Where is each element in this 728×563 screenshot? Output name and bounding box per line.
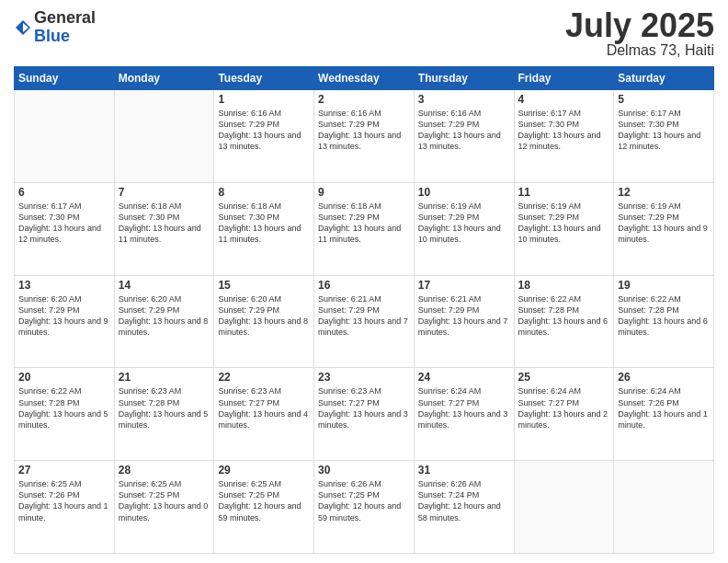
table-row: 7Sunrise: 6:18 AM Sunset: 7:30 PM Daylig… [114, 182, 214, 275]
title-section: July 2025 Delmas 73, Haiti [565, 9, 714, 59]
day-number: 5 [618, 93, 710, 106]
col-friday: Friday [514, 67, 614, 90]
logo-blue-text: Blue [34, 28, 96, 46]
table-row: 19Sunrise: 6:22 AM Sunset: 7:28 PM Dayli… [614, 275, 714, 368]
col-sunday: Sunday [15, 67, 115, 90]
day-number: 11 [518, 186, 610, 199]
calendar-header-row: Sunday Monday Tuesday Wednesday Thursday… [15, 67, 714, 90]
table-row: 4Sunrise: 6:17 AM Sunset: 7:30 PM Daylig… [514, 90, 614, 183]
day-info: Sunrise: 6:16 AM Sunset: 7:29 PM Dayligh… [418, 108, 510, 153]
day-info: Sunrise: 6:25 AM Sunset: 7:25 PM Dayligh… [119, 478, 210, 523]
day-info: Sunrise: 6:21 AM Sunset: 7:29 PM Dayligh… [318, 293, 410, 339]
day-info: Sunrise: 6:21 AM Sunset: 7:29 PM Dayligh… [418, 293, 510, 339]
day-info: Sunrise: 6:23 AM Sunset: 7:27 PM Dayligh… [218, 385, 310, 431]
table-row: 24Sunrise: 6:24 AM Sunset: 7:27 PM Dayli… [414, 368, 514, 461]
table-row [114, 90, 214, 183]
logo-general-text: General [34, 9, 96, 28]
table-row: 5Sunrise: 6:17 AM Sunset: 7:30 PM Daylig… [614, 90, 714, 183]
logo: General Blue [14, 9, 96, 46]
day-number: 21 [119, 371, 210, 384]
day-info: Sunrise: 6:22 AM Sunset: 7:28 PM Dayligh… [518, 293, 610, 339]
day-info: Sunrise: 6:18 AM Sunset: 7:29 PM Dayligh… [318, 201, 410, 246]
col-wednesday: Wednesday [314, 67, 415, 90]
table-row: 9Sunrise: 6:18 AM Sunset: 7:29 PM Daylig… [314, 182, 415, 275]
table-row: 21Sunrise: 6:23 AM Sunset: 7:28 PM Dayli… [114, 368, 214, 461]
day-number: 18 [518, 279, 610, 292]
day-info: Sunrise: 6:23 AM Sunset: 7:27 PM Dayligh… [318, 385, 410, 431]
day-number: 30 [318, 464, 410, 477]
table-row: 26Sunrise: 6:24 AM Sunset: 7:26 PM Dayli… [614, 368, 714, 461]
calendar-week-row: 1Sunrise: 6:16 AM Sunset: 7:29 PM Daylig… [15, 90, 714, 183]
day-info: Sunrise: 6:20 AM Sunset: 7:29 PM Dayligh… [218, 293, 310, 339]
day-info: Sunrise: 6:17 AM Sunset: 7:30 PM Dayligh… [518, 108, 610, 153]
table-row: 12Sunrise: 6:19 AM Sunset: 7:29 PM Dayli… [614, 182, 714, 275]
table-row: 13Sunrise: 6:20 AM Sunset: 7:29 PM Dayli… [15, 275, 115, 368]
day-number: 25 [518, 371, 610, 384]
day-number: 12 [618, 186, 710, 199]
day-info: Sunrise: 6:20 AM Sunset: 7:29 PM Dayligh… [119, 293, 210, 339]
day-number: 14 [119, 279, 210, 292]
col-saturday: Saturday [614, 67, 714, 90]
logo-icon [14, 18, 32, 37]
day-number: 24 [418, 371, 510, 384]
day-number: 20 [18, 371, 110, 384]
day-info: Sunrise: 6:17 AM Sunset: 7:30 PM Dayligh… [618, 108, 710, 153]
day-number: 1 [218, 93, 310, 106]
day-number: 13 [18, 279, 110, 292]
day-number: 9 [318, 186, 410, 199]
table-row: 16Sunrise: 6:21 AM Sunset: 7:29 PM Dayli… [314, 275, 415, 368]
table-row [614, 461, 714, 554]
day-number: 22 [218, 371, 310, 384]
day-info: Sunrise: 6:19 AM Sunset: 7:29 PM Dayligh… [518, 201, 610, 246]
table-row: 2Sunrise: 6:16 AM Sunset: 7:29 PM Daylig… [314, 90, 415, 183]
table-row: 15Sunrise: 6:20 AM Sunset: 7:29 PM Dayli… [214, 275, 314, 368]
calendar-week-row: 13Sunrise: 6:20 AM Sunset: 7:29 PM Dayli… [15, 275, 714, 368]
day-info: Sunrise: 6:24 AM Sunset: 7:27 PM Dayligh… [518, 385, 610, 431]
calendar-week-row: 6Sunrise: 6:17 AM Sunset: 7:30 PM Daylig… [15, 182, 714, 275]
table-row [15, 90, 115, 183]
calendar-week-row: 27Sunrise: 6:25 AM Sunset: 7:26 PM Dayli… [15, 461, 714, 554]
day-number: 10 [418, 186, 510, 199]
day-info: Sunrise: 6:25 AM Sunset: 7:26 PM Dayligh… [18, 478, 110, 523]
day-number: 4 [518, 93, 610, 106]
calendar-table: Sunday Monday Tuesday Wednesday Thursday… [14, 66, 714, 554]
day-info: Sunrise: 6:24 AM Sunset: 7:26 PM Dayligh… [618, 385, 710, 431]
day-info: Sunrise: 6:22 AM Sunset: 7:28 PM Dayligh… [18, 385, 110, 431]
day-info: Sunrise: 6:18 AM Sunset: 7:30 PM Dayligh… [218, 201, 310, 246]
table-row: 30Sunrise: 6:26 AM Sunset: 7:25 PM Dayli… [314, 461, 415, 554]
day-info: Sunrise: 6:22 AM Sunset: 7:28 PM Dayligh… [618, 293, 710, 339]
table-row: 14Sunrise: 6:20 AM Sunset: 7:29 PM Dayli… [114, 275, 214, 368]
table-row: 6Sunrise: 6:17 AM Sunset: 7:30 PM Daylig… [15, 182, 115, 275]
calendar-week-row: 20Sunrise: 6:22 AM Sunset: 7:28 PM Dayli… [15, 368, 714, 461]
table-row: 17Sunrise: 6:21 AM Sunset: 7:29 PM Dayli… [414, 275, 514, 368]
day-number: 17 [418, 279, 510, 292]
day-info: Sunrise: 6:20 AM Sunset: 7:29 PM Dayligh… [18, 293, 110, 339]
day-number: 23 [318, 371, 410, 384]
table-row: 1Sunrise: 6:16 AM Sunset: 7:29 PM Daylig… [214, 90, 314, 183]
table-row: 28Sunrise: 6:25 AM Sunset: 7:25 PM Dayli… [114, 461, 214, 554]
day-number: 16 [318, 279, 410, 292]
col-thursday: Thursday [414, 67, 514, 90]
table-row: 25Sunrise: 6:24 AM Sunset: 7:27 PM Dayli… [514, 368, 614, 461]
day-number: 3 [418, 93, 510, 106]
day-info: Sunrise: 6:26 AM Sunset: 7:24 PM Dayligh… [418, 478, 510, 523]
day-info: Sunrise: 6:16 AM Sunset: 7:29 PM Dayligh… [318, 108, 410, 153]
col-tuesday: Tuesday [214, 67, 314, 90]
day-number: 28 [119, 464, 210, 477]
day-number: 27 [18, 464, 110, 477]
table-row: 22Sunrise: 6:23 AM Sunset: 7:27 PM Dayli… [214, 368, 314, 461]
day-info: Sunrise: 6:19 AM Sunset: 7:29 PM Dayligh… [618, 201, 710, 246]
table-row: 29Sunrise: 6:25 AM Sunset: 7:25 PM Dayli… [214, 461, 314, 554]
day-number: 8 [218, 186, 310, 199]
day-info: Sunrise: 6:24 AM Sunset: 7:27 PM Dayligh… [418, 385, 510, 431]
table-row: 20Sunrise: 6:22 AM Sunset: 7:28 PM Dayli… [15, 368, 115, 461]
day-info: Sunrise: 6:23 AM Sunset: 7:28 PM Dayligh… [119, 385, 210, 431]
day-number: 19 [618, 279, 710, 292]
day-info: Sunrise: 6:16 AM Sunset: 7:29 PM Dayligh… [218, 108, 310, 153]
day-info: Sunrise: 6:17 AM Sunset: 7:30 PM Dayligh… [18, 201, 110, 246]
table-row: 31Sunrise: 6:26 AM Sunset: 7:24 PM Dayli… [414, 461, 514, 554]
col-monday: Monday [114, 67, 214, 90]
table-row: 27Sunrise: 6:25 AM Sunset: 7:26 PM Dayli… [15, 461, 115, 554]
day-info: Sunrise: 6:18 AM Sunset: 7:30 PM Dayligh… [119, 201, 210, 246]
table-row: 3Sunrise: 6:16 AM Sunset: 7:29 PM Daylig… [414, 90, 514, 183]
